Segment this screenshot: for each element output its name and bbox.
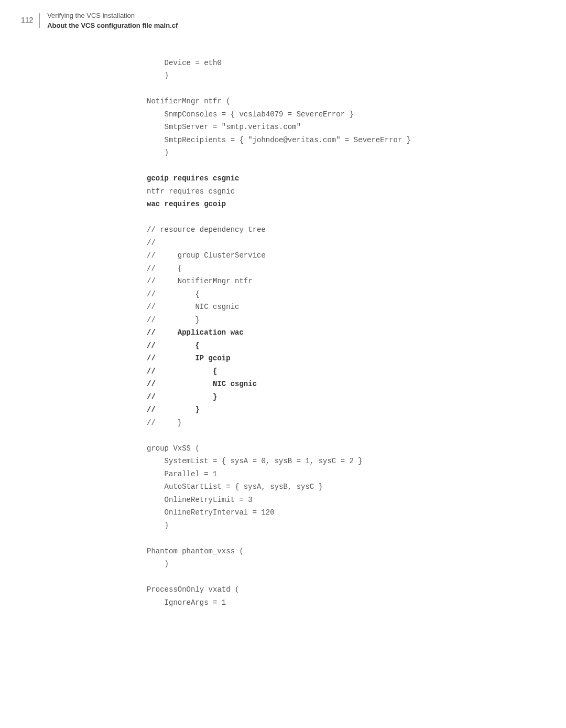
code-line-bold: // Application wac	[147, 328, 244, 337]
code-line-bold: // }	[147, 405, 200, 414]
code-line: )	[147, 71, 169, 80]
code-line: //	[147, 239, 156, 247]
code-line: AutoStartList = { sysA, sysB, sysC }	[147, 483, 323, 491]
code-line: // {	[147, 264, 182, 273]
code-line: SmtpRecipients = { "johndoe@veritas.com"…	[147, 136, 411, 144]
code-block: Device = eth0 ) NotifierMngr ntfr ( Snmp…	[0, 30, 566, 630]
header-subtitle: About the VCS configuration file main.cf	[47, 22, 178, 29]
code-line: ntfr requires csgnic	[147, 187, 235, 196]
code-line: OnlineRetryInterval = 120	[147, 508, 275, 517]
code-line: SmtpServer = "smtp.veritas.com"	[147, 123, 301, 131]
code-line: Phantom phantom_vxss (	[147, 547, 244, 555]
header-title: Verifying the VCS installation	[47, 12, 135, 19]
code-line: // NIC csgnic	[147, 303, 239, 311]
code-line-bold: // {	[147, 367, 217, 376]
code-line-bold: // NIC csgnic	[147, 380, 257, 388]
code-line: // group ClusterService	[147, 251, 266, 260]
code-line: SnmpConsoles = { vcslab4079 = SevereErro…	[147, 110, 354, 119]
code-line: // {	[147, 290, 200, 298]
header-divider	[39, 13, 40, 28]
code-line: ProcessOnOnly vxatd (	[147, 585, 239, 594]
code-line: )	[147, 148, 169, 157]
code-line: // NotifierMngr ntfr	[147, 277, 253, 285]
code-line: Device = eth0	[147, 59, 222, 67]
code-line-bold: wac requires gcoip	[147, 200, 226, 208]
code-line-bold: // IP gcoip	[147, 354, 231, 362]
code-line: )	[147, 560, 169, 568]
code-line: // }	[147, 419, 182, 427]
code-line: // resource dependency tree	[147, 226, 266, 234]
code-line: IgnoreArgs = 1	[147, 598, 226, 607]
code-line: SystemList = { sysA = 0, sysB = 1, sysC …	[147, 457, 363, 465]
code-line: group VxSS (	[147, 444, 200, 453]
page-header: 112 Verifying the VCS installation About…	[0, 0, 566, 30]
code-line: OnlineRetryLimit = 3	[147, 496, 253, 504]
code-line: )	[147, 521, 169, 530]
code-line: // }	[147, 316, 200, 324]
code-line: NotifierMngr ntfr (	[147, 97, 231, 105]
page-number: 112	[21, 16, 33, 24]
code-line-bold: // {	[147, 341, 200, 350]
header-text-block: Verifying the VCS installation About the…	[47, 10, 178, 30]
code-line-bold: gcoip requires csgnic	[147, 174, 239, 183]
code-line-bold: // }	[147, 393, 217, 401]
code-line: Parallel = 1	[147, 470, 217, 478]
